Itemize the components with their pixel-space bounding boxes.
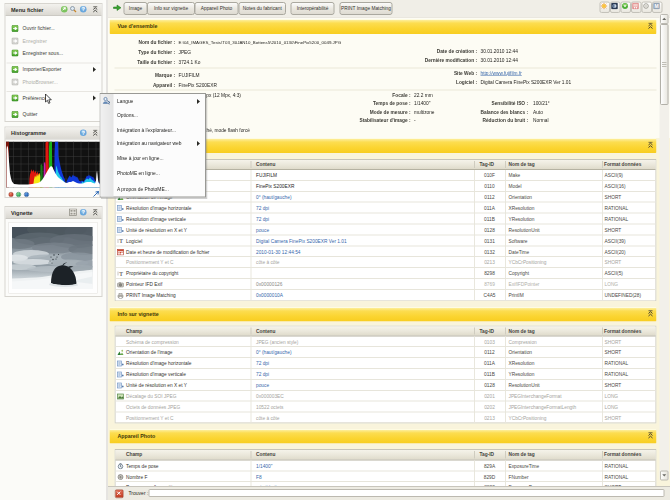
svg-text:T: T	[119, 271, 123, 277]
svg-text:T: T	[119, 238, 123, 244]
svg-text:M: M	[654, 3, 658, 9]
svg-text:?: ?	[82, 209, 85, 215]
svg-text:?: ?	[82, 6, 85, 12]
svg-text:?: ?	[82, 130, 85, 136]
